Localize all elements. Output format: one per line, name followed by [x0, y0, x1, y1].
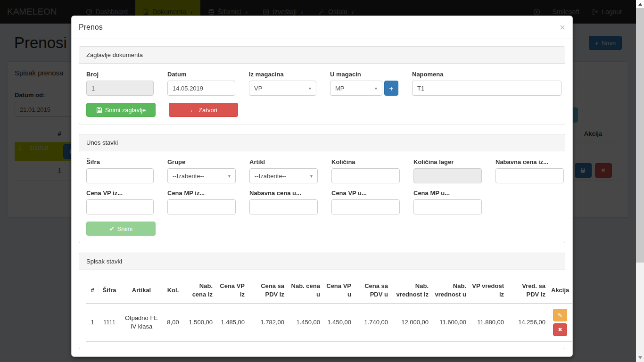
remove-icon: ✖	[558, 327, 562, 333]
input-cena-mp-u[interactable]	[413, 199, 482, 214]
field-u-magacin: U magacinMP▾+	[330, 71, 398, 96]
items-column-header: Akcija	[548, 277, 572, 304]
header-panel: Zaglavlje dokumenta BrojDatumIz magacina…	[79, 46, 565, 124]
item-cell: 1.450,00	[323, 304, 354, 341]
field-label-cena-vp-u: Cena VP u...	[331, 189, 400, 197]
modal-header: Prenos ×	[72, 16, 572, 39]
field-label-artikl: Artikl	[249, 158, 318, 165]
items-column-header: Nab. vrednost u	[431, 277, 469, 304]
items-panel-title: Spisak stavki	[79, 253, 565, 270]
items-panel: Spisak stavki #ŠifraArtikalKol.Nab. cena…	[79, 253, 565, 349]
input-napomena[interactable]	[412, 81, 561, 96]
item-cell: 8,00	[163, 304, 183, 341]
field-label-broj: Broj	[86, 71, 154, 78]
item-cell: 1.450,00	[287, 304, 323, 341]
items-column-header: Cena sa PDV iz	[248, 277, 287, 304]
field-nabavna-cena-u: Nabavna cena u...	[249, 189, 318, 214]
back-arrow-icon: ←	[190, 107, 196, 114]
items-column-header: Cena VP iz	[215, 277, 248, 304]
item-cell: Otpadno FE IV klasa	[120, 304, 163, 341]
field-label-cena-mp-u: Cena MP u...	[413, 189, 482, 197]
delete-item-button[interactable]: ✖	[553, 323, 567, 336]
field-nabavna-cena-iz: Nabavna cena iz...	[495, 158, 564, 183]
field-label-u-magacin: U magacin	[330, 71, 398, 78]
field-cena-vp-iz: Cena VP iz...	[86, 189, 154, 214]
input-nabavna-cena-iz[interactable]	[495, 168, 564, 183]
entry-panel: Unos stavki ŠifraGrupe--Izaberite--▾Arti…	[79, 134, 565, 243]
scroll-up-button[interactable]	[636, 0, 644, 8]
modal-title: Prenos	[79, 23, 103, 32]
scrollbar-thumb[interactable]	[636, 8, 644, 263]
field-cena-mp-iz: Cena MP iz...	[167, 189, 236, 214]
items-column-header: Kol.	[163, 277, 183, 304]
field-napomena: Napomena	[412, 71, 561, 96]
item-cell: 1	[86, 304, 99, 341]
items-column-header: Nab. cena iz	[183, 277, 215, 304]
select-grupe[interactable]: --Izaberite--▾	[167, 168, 236, 183]
edit-item-button[interactable]: ✎	[553, 309, 567, 321]
items-column-header: Nab. vrednost iz	[391, 277, 431, 304]
pencil-icon: ✎	[558, 312, 562, 319]
input-kolicina-lager[interactable]	[413, 168, 482, 183]
items-column-header: Cena VP u	[323, 277, 354, 304]
item-cell: 1.500,00	[183, 304, 215, 341]
header-panel-title: Zaglavlje dokumenta	[79, 47, 565, 64]
add-magacin-button[interactable]: +	[384, 81, 398, 96]
close-icon[interactable]: ×	[560, 23, 565, 32]
save-header-button[interactable]: Snimi zaglavlje	[86, 103, 156, 117]
check-icon: ✔	[109, 225, 115, 232]
input-cena-mp-iz[interactable]	[167, 199, 236, 214]
input-sifra[interactable]	[86, 168, 154, 183]
entry-panel-title: Unos stavki	[79, 134, 565, 151]
item-row: 11111Otpadno FE IV klasa8,001.500,001.48…	[86, 304, 572, 341]
input-cena-vp-iz[interactable]	[86, 199, 154, 214]
select-u-magacin[interactable]: MP▾	[330, 81, 382, 96]
field-label-sifra: Šifra	[86, 158, 154, 165]
item-cell: 12.000,00	[391, 304, 431, 341]
field-label-datum: Datum	[167, 71, 235, 78]
chevron-down-icon: ▾	[228, 173, 231, 179]
item-cell: 1.740,00	[354, 304, 391, 341]
item-cell: 1.485,00	[215, 304, 248, 341]
chevron-down-icon[interactable]	[638, 356, 642, 359]
close-modal-button[interactable]: ← Zatvori	[169, 103, 238, 117]
field-with-addon: MP▾+	[330, 81, 398, 96]
items-column-header: Artikal	[120, 277, 163, 304]
field-label-nabavna-cena-u: Nabavna cena u...	[249, 189, 318, 197]
input-kolicina[interactable]	[331, 168, 400, 183]
field-label-grupe: Grupe	[167, 158, 236, 165]
item-cell: 1.782,00	[248, 304, 287, 341]
field-grupe: Grupe--Izaberite--▾	[167, 158, 236, 183]
input-nabavna-cena-u[interactable]	[249, 199, 318, 214]
items-table-header: #ŠifraArtikalKol.Nab. cena izCena VP izC…	[86, 277, 572, 304]
select-iz-magacina[interactable]: VP▾	[249, 81, 316, 96]
field-label-nabavna-cena-iz: Nabavna cena iz...	[495, 158, 564, 165]
items-column-header: Vred. sa PDV iz	[507, 277, 548, 304]
select-value: MP	[335, 85, 345, 92]
browser-scrollbar[interactable]	[636, 0, 644, 362]
field-artikl: Artikl--Izaberite--▾	[249, 158, 318, 183]
field-kolicina-lager: Količina lager	[413, 158, 482, 183]
header-fields-row: BrojDatumIz magacinaVP▾U magacinMP▾+Napo…	[86, 71, 558, 96]
select-value: VP	[254, 85, 262, 92]
item-cell: 11.600,00	[431, 304, 469, 341]
modal-body: Zaglavlje dokumenta BrojDatumIz magacina…	[72, 39, 572, 356]
chevron-up-icon	[638, 3, 642, 6]
input-datum[interactable]	[167, 81, 235, 96]
select-artikl[interactable]: --Izaberite--▾	[249, 168, 318, 183]
items-column-header: VP vredost iz	[469, 277, 507, 304]
input-broj[interactable]	[86, 81, 154, 96]
close-modal-label: Zatvori	[198, 107, 217, 114]
save-item-label: Snimi	[117, 225, 133, 232]
entry-fields-row-1: ŠifraGrupe--Izaberite--▾Artikl--Izaberit…	[86, 158, 558, 183]
chevron-down-icon: ▾	[309, 86, 311, 91]
prenos-modal: Prenos × Zaglavlje dokumenta BrojDatumIz…	[71, 16, 573, 357]
item-cell: 11.880,00	[469, 304, 507, 341]
item-actions: ✎✖	[551, 309, 569, 336]
field-label-kolicina-lager: Količina lager	[413, 158, 482, 165]
field-datum: Datum	[167, 71, 235, 96]
items-column-header: Nab. cena u	[287, 277, 323, 304]
input-cena-vp-u[interactable]	[331, 199, 400, 214]
field-cena-vp-u: Cena VP u...	[331, 189, 400, 214]
save-item-button[interactable]: ✔ Snimi	[86, 222, 156, 236]
